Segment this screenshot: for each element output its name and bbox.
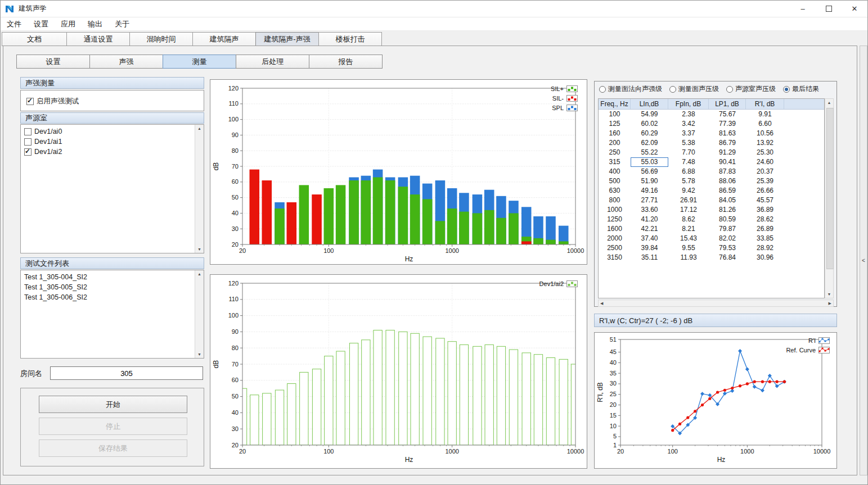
table-cell[interactable]: 84.05	[709, 196, 746, 205]
main-tab-0[interactable]: 文档	[2, 32, 67, 46]
table-cell[interactable]: 9.42	[668, 186, 709, 196]
table-cell[interactable]: 200	[599, 138, 631, 148]
table-cell[interactable]: 3.42	[668, 119, 709, 129]
table-cell[interactable]: 81.63	[709, 129, 746, 138]
maximize-button[interactable]	[816, 1, 842, 17]
table-cell[interactable]: 35.11	[631, 253, 668, 262]
table-cell[interactable]: 400	[599, 167, 631, 176]
table-cell[interactable]: 55.22	[631, 148, 668, 157]
main-tab-5[interactable]: 楼板打击	[318, 32, 382, 46]
table-cell[interactable]: 15.43	[668, 234, 709, 243]
channel-checkbox[interactable]	[24, 138, 32, 146]
table-cell[interactable]: 2500	[599, 243, 631, 253]
table-cell[interactable]: 90.41	[709, 157, 746, 167]
scroll-down-icon[interactable]: ▼	[197, 247, 201, 252]
main-tab-4[interactable]: 建筑隔声-声强	[255, 32, 319, 46]
table-cell[interactable]: 1600	[599, 224, 631, 234]
table-cell[interactable]: 45.57	[746, 196, 784, 205]
table-cell[interactable]: 7.48	[668, 157, 709, 167]
scroll-up-icon[interactable]: ▲	[197, 271, 201, 277]
radio-option-0[interactable]: 测量面法向声强级	[599, 84, 662, 94]
room-name-input[interactable]	[50, 366, 203, 380]
scroll-right-icon[interactable]: ▶	[829, 301, 831, 306]
table-cell[interactable]: 54.99	[631, 110, 668, 119]
table-cell[interactable]: 75.67	[709, 110, 746, 119]
sub-tab-4[interactable]: 报告	[309, 55, 383, 69]
table-cell[interactable]: 1250	[599, 215, 631, 224]
sub-tab-0[interactable]: 设置	[16, 55, 90, 69]
table-cell[interactable]: 2000	[599, 234, 631, 243]
table-cell[interactable]: 9.91	[746, 110, 784, 119]
save-results-button[interactable]: 保存结果	[39, 439, 187, 457]
file-list-scrollbar[interactable]: ▲ ▼	[195, 270, 204, 358]
sub-tab-1[interactable]: 声强	[89, 55, 163, 69]
table-cell[interactable]: 86.79	[709, 138, 746, 148]
table-cell[interactable]: 160	[599, 129, 631, 138]
channel-item-0[interactable]: Dev1/ai0	[21, 126, 194, 137]
table-cell[interactable]: 10.56	[746, 129, 784, 138]
table-cell[interactable]: 100	[599, 110, 631, 119]
scrollbar-thumb[interactable]	[826, 108, 834, 269]
table-cell[interactable]: 37.40	[631, 234, 668, 243]
channel-checkbox[interactable]	[24, 128, 32, 135]
table-cell[interactable]: 60.02	[631, 119, 668, 129]
table-cell[interactable]: 3150	[599, 253, 631, 262]
table-cell[interactable]: 41.20	[631, 215, 668, 224]
scroll-up-icon[interactable]: ▲	[197, 126, 201, 131]
channel-item-2[interactable]: Dev1/ai2	[21, 147, 194, 157]
table-cell[interactable]: 60.29	[631, 129, 668, 138]
table-cell[interactable]: 800	[599, 196, 631, 205]
table-cell[interactable]: 80.59	[709, 215, 746, 224]
scroll-up-icon[interactable]: ▲	[827, 100, 831, 105]
radio-option-1[interactable]: 测量面声压级	[669, 84, 719, 94]
table-cell[interactable]: 20.37	[746, 167, 784, 176]
table-cell[interactable]: 77.39	[709, 119, 746, 129]
sub-tab-3[interactable]: 后处理	[236, 55, 309, 69]
table-cell[interactable]: 27.71	[631, 196, 668, 205]
table-cell[interactable]: 630	[599, 186, 631, 196]
table-cell[interactable]: 25.30	[746, 148, 784, 157]
table-cell[interactable]: 33.60	[631, 205, 668, 215]
scroll-down-icon[interactable]: ▼	[197, 352, 201, 357]
table-vscrollbar[interactable]: ▲ ▼	[825, 98, 834, 298]
table-cell[interactable]: 28.92	[746, 243, 784, 253]
stop-button[interactable]: 停止	[39, 418, 187, 435]
table-cell[interactable]: 39.84	[631, 243, 668, 253]
table-cell[interactable]: 91.29	[709, 148, 746, 157]
table-cell[interactable]: 5.78	[668, 176, 709, 186]
table-cell[interactable]: 26.66	[746, 186, 784, 196]
table-cell[interactable]: 11.93	[668, 253, 709, 262]
table-cell[interactable]: 49.16	[631, 186, 668, 196]
table-cell[interactable]: 33.85	[746, 234, 784, 243]
table-cell[interactable]: 79.53	[709, 243, 746, 253]
table-cell[interactable]: 250	[599, 148, 631, 157]
table-cell[interactable]: 3.37	[668, 129, 709, 138]
table-cell[interactable]: 7.70	[668, 148, 709, 157]
collapse-panel-handle[interactable]: <	[860, 46, 867, 475]
table-cell[interactable]: 315	[599, 157, 631, 167]
table-cell[interactable]: 24.60	[746, 157, 784, 167]
file-item-0[interactable]: Test 1_305-004_SI2	[21, 272, 194, 282]
table-cell[interactable]: 30.96	[746, 253, 784, 262]
table-cell[interactable]: 1000	[599, 205, 631, 215]
channel-item-1[interactable]: Dev1/ai1	[21, 137, 194, 147]
menu-item-4[interactable]: 关于	[109, 17, 136, 30]
table-cell[interactable]: 88.06	[709, 176, 746, 186]
table-cell[interactable]: 6.88	[668, 167, 709, 176]
table-hscrollbar[interactable]: ◀ ▶	[598, 300, 834, 307]
table-cell[interactable]: 79.87	[709, 224, 746, 234]
radio-option-3[interactable]: 最后结果	[783, 84, 819, 94]
scroll-left-icon[interactable]: ◀	[600, 301, 603, 306]
table-cell[interactable]: 26.91	[668, 196, 709, 205]
table-cell[interactable]: 5.38	[668, 138, 709, 148]
enable-test-checkbox[interactable]	[26, 98, 34, 105]
minimize-button[interactable]: –	[790, 1, 816, 17]
table-cell[interactable]: 82.02	[709, 234, 746, 243]
table-cell[interactable]: 500	[599, 176, 631, 186]
table-cell[interactable]: 28.62	[746, 215, 784, 224]
menu-item-1[interactable]: 设置	[28, 17, 55, 30]
radio-option-2[interactable]: 声源室声压级	[726, 84, 776, 94]
table-cell[interactable]: 2.38	[668, 110, 709, 119]
menu-item-0[interactable]: 文件	[1, 17, 28, 30]
table-cell[interactable]: 6.60	[746, 119, 784, 129]
